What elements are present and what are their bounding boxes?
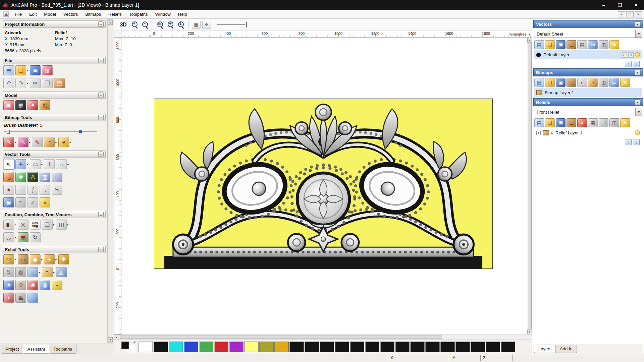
paint-icon[interactable]: ✎ bbox=[3, 137, 14, 147]
snap-grid-toggle-icon[interactable]: ▦ bbox=[192, 21, 201, 29]
guides-toggle-icon[interactable]: ✛ bbox=[202, 21, 211, 29]
snap-toggle-icon[interactable]: ◇ bbox=[622, 52, 627, 58]
new-bitmap-layer-icon[interactable]: ▤ bbox=[534, 78, 544, 87]
block-copy-icon[interactable]: ▦ bbox=[18, 232, 29, 242]
zoom-out-icon[interactable]: − bbox=[141, 20, 150, 29]
bitmap-colours-icon[interactable]: ◔ bbox=[588, 78, 598, 87]
unwrap-relief-icon[interactable]: ◖ bbox=[3, 293, 14, 303]
menu-help[interactable]: Help bbox=[174, 10, 191, 18]
smooth-relief-icon[interactable]: ◠ bbox=[3, 254, 14, 264]
save-file-icon[interactable]: ▣ bbox=[30, 65, 41, 75]
collapse-arrow-icon[interactable]: ▲ bbox=[635, 70, 640, 75]
colour-swatch-olive[interactable] bbox=[259, 342, 274, 352]
expand-arrow-icon[interactable]: ▸ bbox=[551, 131, 553, 135]
flood-fill-icon-flyout[interactable]: ▸ bbox=[70, 140, 71, 144]
relief-grid-icon[interactable]: ▦ bbox=[588, 118, 598, 127]
create-boundary-icon[interactable]: ✚ bbox=[15, 172, 26, 182]
colour-swatch-green[interactable] bbox=[199, 342, 213, 352]
visibility-bulb-icon[interactable] bbox=[635, 52, 640, 57]
ruler-unit-dropdown-icon[interactable]: ▼ bbox=[528, 33, 531, 36]
layer-colour-chip[interactable] bbox=[536, 53, 541, 57]
paint-selective-icon-flyout[interactable]: ▸ bbox=[29, 140, 31, 144]
relief-envelope-icon[interactable]: ▦ bbox=[15, 293, 26, 303]
collapse-arrow-icon[interactable]: ▲ bbox=[635, 21, 640, 27]
face-wizard-icon[interactable]: ☺ bbox=[15, 280, 26, 290]
colour-swatch-cyan[interactable] bbox=[169, 342, 183, 352]
nesting-icon[interactable]: Nes ting bbox=[30, 220, 41, 230]
open-vector-layer-icon[interactable]: ❏ bbox=[545, 40, 555, 49]
sculpting-icon[interactable]: ▱ bbox=[18, 254, 29, 264]
primary-colour-chip[interactable] bbox=[121, 342, 129, 349]
section-header-model[interactable]: Model ▲ bbox=[3, 92, 106, 99]
menu-file[interactable]: File bbox=[11, 10, 25, 18]
section-header-bitmap-tools[interactable]: Bitmap Tools ▲ bbox=[3, 114, 106, 121]
colour-swatch-blue[interactable] bbox=[184, 342, 198, 352]
emboss-icon[interactable]: ◭ bbox=[56, 267, 67, 277]
erase-bitmap-icon[interactable]: ▭ bbox=[609, 78, 619, 87]
collapse-arrow-icon[interactable]: ▲ bbox=[635, 100, 640, 105]
menu-model[interactable]: Model bbox=[40, 10, 59, 18]
swap-colours-icon[interactable]: ↶ bbox=[133, 341, 136, 344]
relief-from-image-icon-flyout[interactable]: ▸ bbox=[39, 270, 41, 274]
bitmaps-section-header[interactable]: Bitmaps ▲ bbox=[533, 68, 643, 76]
new-vector-layer-icon[interactable]: ▤ bbox=[534, 40, 544, 49]
merge-bitmap-layers-icon[interactable]: ◫ bbox=[599, 78, 608, 87]
bitmap-layer-row[interactable]: Bitmap Layer 1 bbox=[534, 88, 642, 97]
colour-swatch-white[interactable] bbox=[139, 342, 153, 352]
close-button[interactable]: ✕ bbox=[628, 0, 644, 10]
colour-swatch-black[interactable] bbox=[365, 342, 379, 352]
colour-swatch-black[interactable] bbox=[289, 342, 304, 352]
weave-wizard-icon[interactable]: ◍ bbox=[15, 267, 26, 277]
vector-layer-colour-icon[interactable]: ✱ bbox=[609, 40, 619, 49]
chevron-down-icon[interactable]: ▼ bbox=[635, 30, 642, 38]
colour-swatch-black[interactable] bbox=[455, 342, 470, 352]
move-layer-up-icon[interactable]: ↑ bbox=[625, 139, 632, 145]
scroll-up-icon[interactable]: ▲ bbox=[108, 20, 113, 25]
collapse-arrow-icon[interactable]: ▲ bbox=[98, 21, 104, 27]
colour-swatch-black[interactable] bbox=[154, 342, 168, 352]
zoom-fit-icon[interactable]: ✛ bbox=[166, 20, 175, 29]
texture-relief-icon[interactable]: ◍ bbox=[40, 280, 50, 290]
pane-splitter-icon[interactable]: ▸ bbox=[114, 335, 119, 340]
collapse-arrow-icon[interactable]: ▲ bbox=[98, 115, 104, 120]
add-clipart-icon-flyout[interactable]: ▸ bbox=[55, 258, 57, 261]
colour-palette-icon[interactable]: ◔ bbox=[44, 137, 55, 147]
open-relief-layer-icon[interactable]: ❏ bbox=[545, 118, 555, 127]
weld-vectors-icon-flyout[interactable]: ▸ bbox=[67, 223, 69, 226]
menu-window[interactable]: Window bbox=[152, 10, 174, 18]
smooth-relief-icon-flyout[interactable]: ▸ bbox=[15, 258, 16, 261]
colour-swatch-red[interactable] bbox=[214, 342, 228, 352]
vector-layer-row[interactable]: Default Layer ◇ ✎ bbox=[534, 50, 642, 59]
assistant-panel-scrollbar[interactable]: ▲ ▼ bbox=[107, 19, 113, 343]
scrollbar-thumb[interactable] bbox=[528, 43, 532, 329]
paint-selective-icon[interactable]: ✎ bbox=[18, 137, 29, 147]
trim-vectors-icon[interactable]: ✂ bbox=[52, 185, 62, 195]
artwork-image[interactable] bbox=[154, 99, 493, 269]
rectangle-tool-icon[interactable]: ▭ bbox=[30, 159, 41, 169]
transform-vectors-icon-flyout[interactable]: ▸ bbox=[27, 163, 29, 166]
flood-fill-icon[interactable]: ◕ bbox=[58, 137, 69, 147]
colour-swatch-purple[interactable] bbox=[229, 342, 244, 352]
open-bitmap-layer-icon[interactable]: ❏ bbox=[545, 78, 555, 87]
primary-secondary-colour-selector[interactable]: ↶ bbox=[120, 341, 137, 353]
wrap-text-icon[interactable]: A bbox=[28, 172, 38, 182]
open-file-icon-flyout[interactable]: ▸ bbox=[27, 69, 29, 72]
view-3d-button[interactable]: 3D bbox=[117, 21, 129, 28]
free-sketch-icon[interactable]: ≈ bbox=[15, 185, 26, 195]
smart-engrave-icon[interactable]: S bbox=[3, 267, 14, 277]
node-editing-icon[interactable]: ∫ bbox=[28, 185, 38, 195]
extrude-vector-icon[interactable]: ◉ bbox=[3, 197, 14, 207]
sheet-select[interactable]: Default Sheet ▼ bbox=[534, 30, 642, 38]
collapse-arrow-icon[interactable]: ▲ bbox=[98, 152, 104, 157]
chevron-down-icon[interactable]: ▼ bbox=[635, 108, 642, 116]
colour-swatch-black[interactable] bbox=[395, 342, 410, 352]
colour-palette-icon-flyout[interactable]: ▸ bbox=[55, 140, 57, 144]
weave-vectors-icon[interactable]: ≈ bbox=[15, 197, 26, 207]
dome-icon-flyout[interactable]: ▸ bbox=[53, 270, 55, 274]
transform-vectors-icon[interactable]: ✛ bbox=[15, 159, 26, 169]
measure-icon[interactable]: ↔ bbox=[56, 159, 67, 169]
create-polyline-icon[interactable]: ● bbox=[3, 185, 14, 195]
star-wizard-icon[interactable]: ★ bbox=[3, 280, 14, 290]
paste-icon[interactable]: ▤ bbox=[54, 78, 65, 88]
colour-swatch-black[interactable] bbox=[380, 342, 394, 352]
